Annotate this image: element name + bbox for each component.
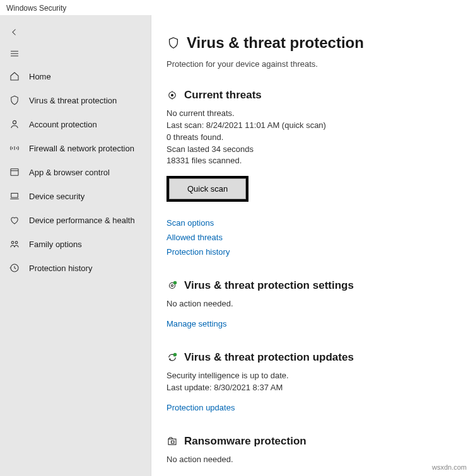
- update-ok-icon: [166, 352, 178, 363]
- sidebar-item-virus-threat[interactable]: Virus & threat protection: [0, 88, 151, 112]
- sidebar-item-device-security[interactable]: Device security: [0, 184, 151, 208]
- svg-point-10: [173, 281, 177, 284]
- person-icon: [9, 119, 20, 130]
- shield-icon: [9, 95, 20, 106]
- svg-rect-12: [168, 439, 176, 444]
- section-ransomware: Ransomware protection No action needed. …: [166, 435, 458, 476]
- sidebar-item-label: Protection history: [29, 264, 92, 273]
- manage-settings-link[interactable]: Manage settings: [166, 319, 458, 328]
- family-icon: [9, 238, 20, 250]
- sidebar-item-family-options[interactable]: Family options: [0, 232, 151, 256]
- sidebar-item-firewall[interactable]: Firewall & network protection: [0, 136, 151, 160]
- laptop-icon: [9, 190, 20, 202]
- sidebar-item-app-browser[interactable]: App & browser control: [0, 160, 151, 184]
- section-heading: Ransomware protection: [184, 435, 307, 448]
- status-text: Last update: 8/30/2021 8:37 AM: [166, 382, 458, 394]
- watermark: wsxdn.com: [432, 463, 467, 471]
- svg-rect-2: [11, 194, 18, 198]
- scan-icon: [166, 90, 178, 101]
- page-subtitle: Protection for your device against threa…: [166, 59, 458, 69]
- status-text: 0 threats found.: [166, 132, 458, 144]
- section-heading: Virus & threat protection settings: [184, 279, 354, 292]
- svg-rect-1: [11, 169, 18, 176]
- protection-history-link[interactable]: Protection history: [166, 247, 458, 257]
- sidebar-item-label: Virus & threat protection: [29, 96, 117, 105]
- svg-point-0: [13, 120, 16, 124]
- main-content: Virus & threat protection Protection for…: [151, 15, 473, 476]
- protection-updates-link[interactable]: Protection updates: [166, 403, 458, 412]
- section-current-threats: Current threats No current threats. Last…: [166, 89, 458, 257]
- svg-point-11: [173, 353, 177, 356]
- svg-point-9: [172, 285, 173, 287]
- menu-button[interactable]: [0, 43, 151, 64]
- sidebar-item-account-protection[interactable]: Account protection: [0, 112, 151, 136]
- sidebar-item-device-performance[interactable]: Device performance & health: [0, 208, 151, 232]
- back-button[interactable]: [0, 21, 151, 43]
- window-icon: [9, 166, 20, 178]
- svg-point-3: [11, 241, 14, 244]
- quick-scan-button[interactable]: Quick scan: [169, 178, 246, 199]
- sidebar-item-label: Device performance & health: [29, 216, 135, 225]
- gear-ok-icon: [166, 280, 178, 291]
- window-title: Windows Security: [0, 0, 473, 15]
- shield-icon: [166, 36, 180, 50]
- status-text: No action needed.: [166, 454, 458, 466]
- sidebar-item-label: Home: [29, 72, 51, 81]
- quick-scan-highlight: Quick scan: [166, 176, 248, 202]
- section-updates: Virus & threat protection updates Securi…: [166, 351, 458, 412]
- status-text: Last scan: 8/24/2021 11:01 AM (quick sca…: [166, 120, 458, 132]
- status-text: Scan lasted 34 seconds: [166, 144, 458, 156]
- folder-lock-icon: [166, 436, 178, 447]
- status-text: 18331 files scanned.: [166, 155, 458, 167]
- svg-point-7: [172, 95, 173, 96]
- sidebar-item-home[interactable]: Home: [0, 64, 151, 88]
- section-settings: Virus & threat protection settings No ac…: [166, 279, 458, 328]
- svg-point-4: [15, 241, 18, 244]
- page-title: Virus & threat protection: [187, 34, 364, 52]
- status-text: Security intelligence is up to date.: [166, 370, 458, 382]
- svg-rect-13: [172, 441, 175, 443]
- arrow-left-icon: [9, 26, 20, 38]
- sidebar-item-label: Account protection: [29, 120, 97, 129]
- sidebar: Home Virus & threat protection Account p…: [0, 15, 151, 476]
- scan-options-link[interactable]: Scan options: [166, 218, 458, 228]
- sidebar-item-label: Firewall & network protection: [29, 144, 134, 153]
- sidebar-item-protection-history[interactable]: Protection history: [0, 256, 151, 280]
- heart-icon: [9, 214, 20, 226]
- history-icon: [9, 262, 20, 274]
- home-icon: [9, 71, 20, 82]
- hamburger-icon: [9, 48, 20, 59]
- status-text: No action needed.: [166, 298, 458, 310]
- allowed-threats-link[interactable]: Allowed threats: [166, 233, 458, 242]
- sidebar-item-label: Family options: [29, 240, 82, 249]
- section-heading: Current threats: [184, 89, 262, 102]
- sidebar-item-label: Device security: [29, 192, 85, 201]
- sidebar-item-label: App & browser control: [29, 168, 110, 177]
- signal-icon: [9, 142, 20, 154]
- status-text: No current threats.: [166, 108, 458, 120]
- section-heading: Virus & threat protection updates: [184, 351, 354, 364]
